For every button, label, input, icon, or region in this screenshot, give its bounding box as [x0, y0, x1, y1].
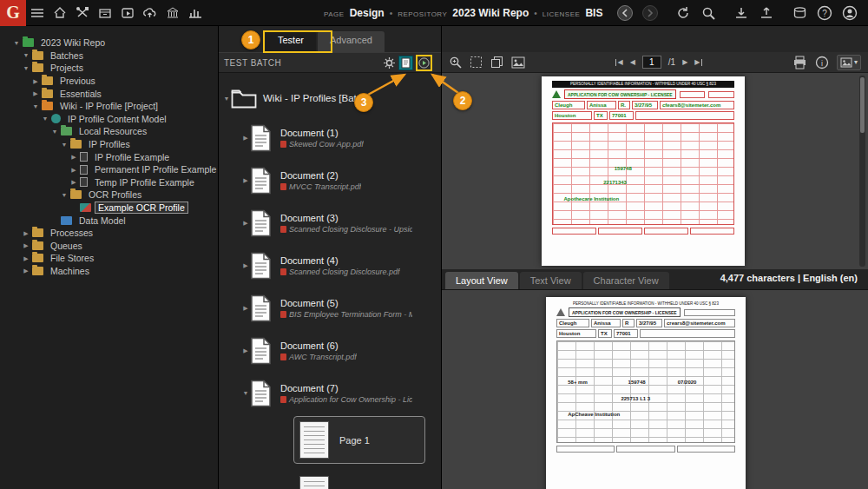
display-mode-dropdown[interactable]: [837, 55, 861, 70]
document-item[interactable]: Document (3) Scanned Closing Disclosure …: [219, 202, 441, 244]
download-icon[interactable]: [731, 3, 752, 23]
tree-item[interactable]: Example OCR Profile: [0, 202, 218, 215]
tree-item[interactable]: Permanent IP Profile Example: [0, 163, 218, 176]
expander-icon[interactable]: [241, 262, 250, 268]
app-logo[interactable]: G: [0, 0, 26, 26]
expander-icon[interactable]: [31, 90, 40, 96]
expander-icon[interactable]: [22, 268, 30, 274]
tree-item[interactable]: Data Model: [0, 214, 218, 227]
batches-icon[interactable]: [95, 3, 115, 23]
document-item[interactable]: Document (7) Application for Cow Ownersh…: [219, 372, 441, 414]
viewer-scrollbar[interactable]: [859, 76, 865, 267]
bank-icon[interactable]: [162, 3, 183, 23]
tree-item[interactable]: Temp IP Profile Example: [0, 176, 218, 189]
view-mode-tab[interactable]: Character View: [583, 272, 669, 289]
page-item[interactable]: Page 1: [293, 416, 425, 464]
test-page-icon[interactable]: [398, 56, 413, 70]
back-icon[interactable]: [615, 3, 635, 23]
tree-item[interactable]: Machines: [0, 265, 218, 278]
menu-icon[interactable]: [27, 3, 48, 23]
batch-root-item[interactable]: Wiki - IP Profiles [Batch]: [219, 83, 441, 113]
cloud-upload-icon[interactable]: [140, 3, 161, 23]
tree-item[interactable]: IP Profile Content Model: [0, 113, 218, 126]
refresh-icon[interactable]: [673, 3, 694, 23]
document-preview-layout[interactable]: PERSONALLY IDENTIFIABLE INFORMATION - WI…: [542, 76, 745, 266]
last-page-icon[interactable]: [694, 59, 702, 66]
expander-icon[interactable]: [31, 78, 40, 84]
user-icon[interactable]: [839, 3, 860, 23]
first-page-icon[interactable]: [615, 59, 623, 66]
expander-icon[interactable]: [22, 255, 30, 261]
view-mode-tab[interactable]: Layout View: [445, 272, 518, 289]
document-item[interactable]: Document (4) Scanned Closing Disclosure.…: [219, 244, 441, 287]
expander-icon[interactable]: [22, 242, 30, 248]
tree-item[interactable]: Batches: [0, 50, 218, 63]
expander-icon[interactable]: [241, 135, 250, 141]
tree-item[interactable]: Essentials: [0, 87, 218, 100]
expander-icon[interactable]: [50, 129, 59, 135]
layout-preview-area[interactable]: PERSONALLY IDENTIFIABLE INFORMATION - WI…: [442, 73, 868, 269]
tree-item[interactable]: OCR Profiles: [0, 188, 218, 202]
page-item[interactable]: Page 2: [293, 471, 425, 489]
layers-icon[interactable]: [789, 3, 810, 23]
expander-icon[interactable]: [12, 40, 21, 46]
expander-icon[interactable]: [222, 96, 231, 102]
tree-item[interactable]: Wiki - IP Profile [Project]: [0, 100, 218, 113]
image-icon[interactable]: [511, 56, 525, 69]
view-mode-tab[interactable]: Text View: [520, 272, 582, 289]
panel-tab[interactable]: Tester: [266, 31, 316, 52]
page-value[interactable]: Design: [350, 7, 385, 19]
expander-icon[interactable]: [22, 65, 30, 71]
zoom-icon[interactable]: [449, 56, 462, 69]
document-item[interactable]: Document (1) Skewed Cow App.pdf: [219, 116, 441, 159]
media-icon[interactable]: [117, 3, 138, 23]
repository-value[interactable]: 2023 Wiki Repo: [452, 7, 529, 19]
previous-page-icon[interactable]: [630, 59, 635, 66]
chart-icon[interactable]: [185, 3, 206, 23]
tree-item[interactable]: IP Profile Example: [0, 150, 218, 163]
document-item[interactable]: Document (6) AWC Transcript.pdf: [219, 329, 441, 372]
help-icon[interactable]: ?: [814, 3, 835, 23]
expander-icon[interactable]: [60, 142, 69, 148]
panel-tab[interactable]: Advanced: [318, 31, 385, 52]
tree-item[interactable]: Processes: [0, 227, 218, 240]
home-icon[interactable]: [49, 3, 70, 23]
tree-item[interactable]: 2023 Wiki Repo: [0, 36, 218, 50]
next-page-icon[interactable]: [682, 59, 687, 66]
expander-icon[interactable]: [69, 167, 78, 173]
document-preview-original[interactable]: PERSONALLY IDENTIFIABLE INFORMATION - WI…: [546, 297, 746, 489]
tree-item[interactable]: Queues: [0, 240, 218, 253]
copy-icon[interactable]: [490, 56, 503, 69]
print-icon[interactable]: [792, 56, 807, 69]
expander-icon[interactable]: [241, 347, 250, 354]
scrollbar-thumb[interactable]: [860, 77, 865, 133]
marquee-select-icon[interactable]: [470, 56, 483, 69]
page-number-input[interactable]: [642, 56, 661, 69]
expander-icon[interactable]: [69, 154, 78, 160]
expander-icon[interactable]: [241, 305, 250, 311]
expander-icon[interactable]: [41, 116, 49, 122]
original-preview-area[interactable]: PERSONALLY IDENTIFIABLE INFORMATION - WI…: [442, 290, 868, 489]
run-test-icon[interactable]: [416, 55, 432, 71]
upload-icon[interactable]: [756, 3, 777, 23]
expander-icon[interactable]: [241, 177, 250, 183]
tree-item[interactable]: Projects: [0, 62, 218, 75]
tree-item[interactable]: Previous: [0, 75, 218, 88]
expander-icon[interactable]: [241, 390, 250, 396]
search-icon[interactable]: [698, 3, 719, 23]
tree-item[interactable]: File Stores: [0, 252, 218, 265]
forward-icon[interactable]: [640, 3, 661, 23]
expander-icon[interactable]: [69, 179, 78, 185]
tree-item[interactable]: Local Resources: [0, 125, 218, 138]
expander-icon[interactable]: [241, 220, 250, 226]
expander-icon[interactable]: [22, 230, 30, 236]
expander-icon[interactable]: [60, 192, 69, 198]
tools-icon[interactable]: [72, 3, 93, 23]
expander-icon[interactable]: [22, 52, 30, 58]
info-icon[interactable]: i: [815, 56, 829, 69]
document-item[interactable]: Document (2) MVCC Transcript.pdf: [219, 159, 441, 202]
expander-icon[interactable]: [31, 103, 40, 109]
process-icon[interactable]: [383, 56, 396, 69]
document-item[interactable]: Document (5) BIS Employee Termination Fo…: [219, 287, 441, 329]
tree-item[interactable]: IP Profiles: [0, 138, 218, 151]
